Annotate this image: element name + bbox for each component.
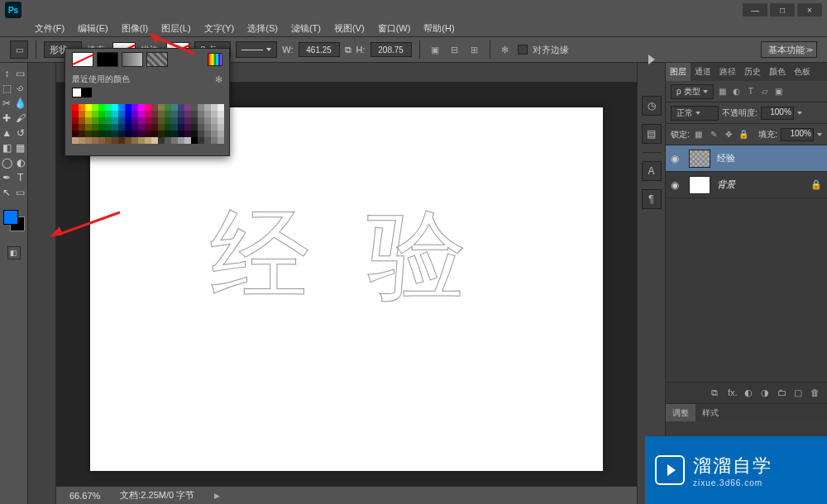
gear-icon[interactable]: ✻ [215, 74, 222, 85]
menu-help[interactable]: 帮助(H) [418, 21, 459, 36]
color-swatch[interactable] [191, 111, 198, 117]
link-layers-icon[interactable]: ⧉ [711, 388, 723, 399]
color-swatch[interactable] [178, 117, 184, 124]
filter-type-icon[interactable]: T [745, 86, 757, 97]
window-maximize[interactable]: □ [770, 3, 795, 17]
lock-trans-icon[interactable]: ▦ [693, 129, 705, 140]
lasso-tool[interactable]: ꩜ [14, 81, 28, 96]
color-swatch[interactable] [138, 131, 145, 137]
shape-tool-icon[interactable]: ▭ [10, 40, 28, 59]
color-swatch[interactable] [151, 111, 158, 117]
color-swatch[interactable] [191, 117, 198, 124]
path-op-1[interactable]: ▣ [428, 42, 442, 57]
color-swatch[interactable] [151, 104, 158, 111]
layer-thumbnail[interactable] [689, 150, 710, 168]
color-swatch[interactable] [92, 117, 98, 124]
color-swatch[interactable] [98, 111, 105, 117]
history-brush-tool[interactable]: ↺ [14, 126, 28, 140]
color-swatch[interactable] [204, 117, 211, 124]
color-swatch[interactable] [165, 137, 171, 144]
color-swatch[interactable] [198, 117, 204, 124]
paragraph-panel-icon[interactable]: ¶ [642, 189, 662, 209]
height-field[interactable] [370, 42, 412, 57]
history-panel-icon[interactable]: ◷ [642, 96, 662, 116]
fill-opacity-field[interactable]: 100% [781, 128, 814, 141]
delete-layer-icon[interactable]: 🗑 [810, 388, 822, 399]
color-swatch[interactable] [118, 124, 125, 131]
layer-name[interactable]: 背景 [717, 178, 735, 191]
color-swatch[interactable] [131, 131, 138, 137]
menu-type[interactable]: 文字(Y) [199, 21, 240, 36]
color-swatch[interactable] [218, 124, 224, 131]
stroke-style-dropdown[interactable] [236, 41, 277, 58]
color-swatch[interactable] [158, 131, 165, 137]
color-swatch[interactable] [72, 137, 79, 144]
color-swatches[interactable] [0, 208, 28, 241]
color-swatch[interactable] [158, 117, 165, 124]
pattern-fill-option[interactable] [146, 52, 168, 67]
color-swatch[interactable] [184, 131, 191, 137]
color-swatch[interactable] [92, 124, 98, 131]
color-swatch[interactable] [131, 137, 138, 144]
color-swatch[interactable] [131, 117, 138, 124]
color-swatch[interactable] [98, 104, 105, 111]
type-tool[interactable]: T [14, 170, 28, 185]
color-swatch[interactable] [72, 104, 79, 111]
layer-item[interactable]: ◉ 背景 🔒 [666, 172, 827, 198]
color-swatch[interactable] [85, 137, 92, 144]
color-swatch[interactable] [184, 117, 191, 124]
recent-swatch[interactable] [82, 88, 92, 97]
lock-all-icon[interactable]: 🔒 [738, 129, 749, 140]
path-select-tool[interactable]: ↖ [0, 185, 14, 200]
color-swatch[interactable] [138, 111, 145, 117]
color-swatch[interactable] [151, 117, 158, 124]
color-swatch[interactable] [92, 111, 98, 117]
color-swatch[interactable] [218, 137, 224, 144]
filter-pixel-icon[interactable]: ▦ [717, 86, 729, 97]
window-minimize[interactable]: — [743, 3, 767, 17]
adjustment-icon[interactable]: ◑ [761, 388, 772, 399]
color-swatch[interactable] [211, 137, 218, 144]
color-swatch[interactable] [204, 131, 211, 137]
color-swatch[interactable] [158, 137, 165, 144]
color-swatch[interactable] [138, 104, 145, 111]
color-swatch[interactable] [198, 131, 204, 137]
color-swatch[interactable] [165, 117, 171, 124]
color-swatch[interactable] [171, 131, 178, 137]
color-swatch[interactable] [204, 111, 211, 117]
color-swatch[interactable] [138, 117, 145, 124]
color-swatch[interactable] [125, 124, 131, 131]
gradient-tool[interactable]: ▦ [14, 140, 28, 155]
new-layer-icon[interactable]: ▢ [794, 388, 805, 399]
tab-paths[interactable]: 路径 [715, 63, 740, 81]
color-swatch[interactable] [85, 124, 92, 131]
width-field[interactable] [299, 42, 340, 57]
canvas[interactable]: 经 验 [90, 107, 603, 471]
color-swatch[interactable] [218, 104, 224, 111]
color-swatch[interactable] [198, 104, 204, 111]
color-swatch[interactable] [151, 124, 158, 131]
color-swatch[interactable] [158, 104, 165, 111]
color-swatch[interactable] [184, 111, 191, 117]
color-swatch[interactable] [72, 131, 79, 137]
filter-adjust-icon[interactable]: ◐ [731, 86, 743, 97]
color-swatch[interactable] [85, 117, 92, 124]
color-swatch[interactable] [105, 111, 112, 117]
color-swatch[interactable] [145, 117, 151, 124]
color-swatch[interactable] [191, 137, 198, 144]
filter-shape-icon[interactable]: ▱ [759, 86, 771, 97]
color-swatch[interactable] [72, 111, 79, 117]
brush-tool[interactable]: 🖌 [14, 111, 28, 126]
visibility-icon[interactable]: ◉ [671, 179, 682, 191]
color-swatch[interactable] [218, 111, 224, 117]
color-swatch[interactable] [178, 111, 184, 117]
color-swatch[interactable] [204, 104, 211, 111]
color-swatch[interactable] [145, 104, 151, 111]
stamp-tool[interactable]: ▲ [0, 126, 14, 140]
color-swatch[interactable] [125, 111, 131, 117]
color-swatch[interactable] [79, 137, 85, 144]
color-swatch[interactable] [211, 104, 218, 111]
color-swatch[interactable] [131, 104, 138, 111]
color-swatch[interactable] [72, 117, 79, 124]
color-swatch[interactable] [191, 131, 198, 137]
